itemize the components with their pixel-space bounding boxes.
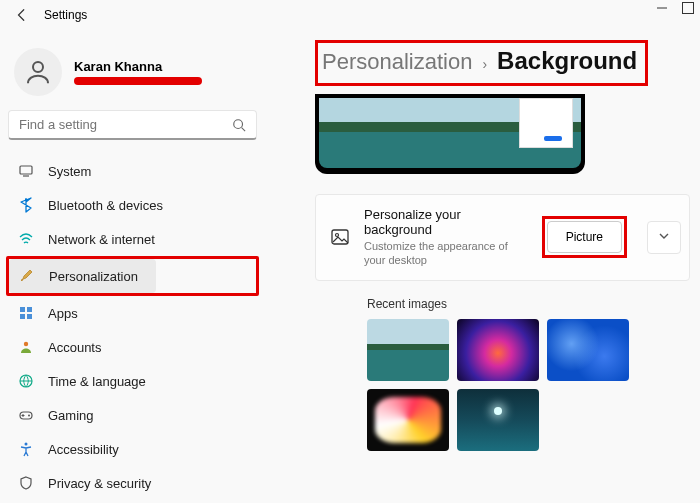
sidebar-item-bluetooth[interactable]: Bluetooth & devices — [8, 188, 257, 222]
sidebar-item-personalization[interactable]: Personalization — [9, 259, 156, 293]
breadcrumb-current: Background — [497, 47, 637, 75]
desktop-preview — [315, 94, 585, 174]
recent-image-thumb[interactable] — [367, 389, 449, 451]
card-subtitle: Customize the appearance of your desktop — [364, 239, 528, 268]
picture-icon — [330, 227, 350, 247]
recent-image-thumb[interactable] — [457, 319, 539, 381]
bluetooth-icon — [18, 197, 34, 213]
minimize-icon[interactable] — [656, 2, 668, 14]
paintbrush-icon — [19, 268, 35, 284]
svg-rect-15 — [332, 230, 348, 244]
svg-point-2 — [234, 119, 243, 128]
account-name: Karan Khanna — [74, 59, 202, 74]
recent-images-grid — [367, 319, 690, 451]
chevron-right-icon: › — [482, 56, 487, 72]
recent-image-thumb[interactable] — [457, 389, 539, 451]
sidebar-item-label: Bluetooth & devices — [48, 198, 163, 213]
sidebar-item-label: Network & internet — [48, 232, 155, 247]
svg-line-3 — [242, 127, 246, 131]
sidebar-item-accounts[interactable]: Accounts — [8, 330, 257, 364]
highlight-personalization: Personalization — [6, 256, 259, 296]
shield-icon — [18, 475, 34, 491]
redacted-email — [74, 77, 202, 85]
accessibility-icon — [18, 441, 34, 457]
svg-point-14 — [25, 443, 28, 446]
sidebar-item-accessibility[interactable]: Accessibility — [8, 432, 257, 466]
svg-rect-4 — [20, 166, 32, 174]
avatar — [14, 48, 62, 96]
sidebar-item-label: System — [48, 164, 91, 179]
arrow-left-icon — [15, 8, 29, 22]
system-icon — [18, 163, 34, 179]
search-box[interactable] — [8, 110, 257, 140]
sidebar-item-privacy[interactable]: Privacy & security — [8, 466, 257, 500]
recent-image-thumb[interactable] — [367, 319, 449, 381]
person-icon — [23, 57, 53, 87]
back-button[interactable] — [10, 3, 34, 27]
globe-icon — [18, 373, 34, 389]
recent-images-label: Recent images — [367, 297, 690, 311]
svg-rect-8 — [20, 314, 25, 319]
sidebar-item-label: Accessibility — [48, 442, 119, 457]
expand-button[interactable] — [647, 221, 681, 254]
gaming-icon — [18, 407, 34, 423]
personalize-card: Personalize your background Customize th… — [315, 194, 690, 281]
sidebar-item-label: Accounts — [48, 340, 101, 355]
wifi-icon — [18, 231, 34, 247]
window-controls — [656, 2, 694, 14]
sidebar-item-time-language[interactable]: Time & language — [8, 364, 257, 398]
sidebar-item-gaming[interactable]: Gaming — [8, 398, 257, 432]
sidebar-item-label: Time & language — [48, 374, 146, 389]
recent-image-thumb[interactable] — [547, 319, 629, 381]
maximize-icon[interactable] — [682, 2, 694, 14]
svg-point-16 — [336, 234, 339, 237]
card-title: Personalize your background — [364, 207, 528, 237]
preview-window — [519, 98, 573, 148]
chevron-down-icon — [658, 230, 670, 242]
highlight-breadcrumb: Personalization › Background — [315, 40, 648, 86]
search-input[interactable] — [19, 117, 232, 132]
background-type-dropdown[interactable]: Picture — [547, 221, 622, 253]
svg-rect-7 — [27, 307, 32, 312]
svg-rect-6 — [20, 307, 25, 312]
breadcrumb-parent[interactable]: Personalization — [322, 49, 472, 75]
sidebar-item-apps[interactable]: Apps — [8, 296, 257, 330]
preview-wallpaper — [319, 98, 581, 168]
sidebar-item-system[interactable]: System — [8, 154, 257, 188]
sidebar-item-label: Privacy & security — [48, 476, 151, 491]
svg-point-1 — [33, 62, 43, 72]
search-icon — [232, 118, 246, 132]
sidebar: Karan Khanna System Bluetooth & devices … — [0, 30, 265, 503]
sidebar-item-network[interactable]: Network & internet — [8, 222, 257, 256]
content-area: Personalization › Background Personalize… — [265, 30, 700, 503]
svg-rect-9 — [27, 314, 32, 319]
highlight-dropdown: Picture — [542, 216, 627, 258]
app-title: Settings — [44, 8, 87, 22]
sidebar-item-label: Personalization — [49, 269, 138, 284]
apps-icon — [18, 305, 34, 321]
accounts-icon — [18, 339, 34, 355]
account-block[interactable]: Karan Khanna — [8, 40, 257, 110]
sidebar-item-label: Apps — [48, 306, 78, 321]
svg-point-13 — [28, 415, 30, 417]
breadcrumb: Personalization › Background — [322, 47, 637, 75]
sidebar-item-label: Gaming — [48, 408, 94, 423]
svg-point-10 — [24, 342, 28, 346]
